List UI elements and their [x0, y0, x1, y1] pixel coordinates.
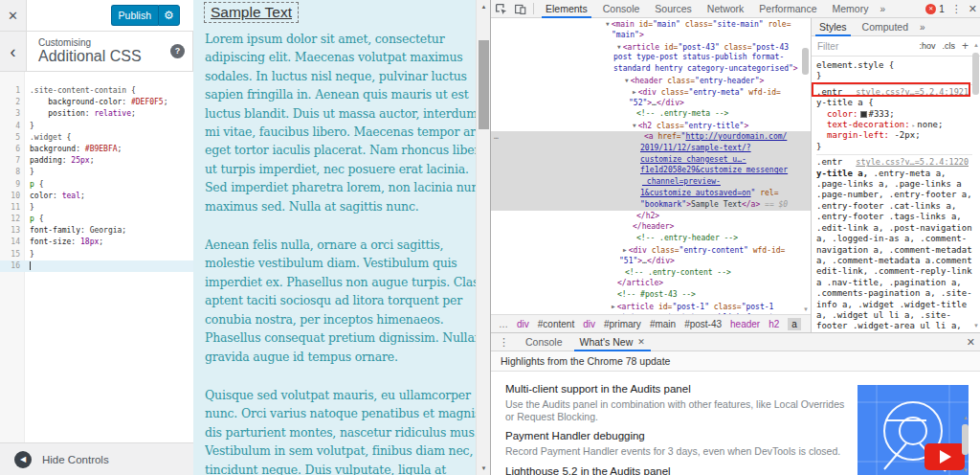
css-property[interactable]: text-decoration:▸none; [816, 120, 972, 130]
dom-tree-node[interactable]: </header> [491, 221, 811, 233]
css-rule[interactable]: .entr style.css?v…=5.2.4:1921 y-title a … [816, 84, 972, 152]
video-thumbnail[interactable] [858, 385, 969, 475]
code-line[interactable]: 7padding: 25px; [0, 155, 193, 167]
drawer-tab-what-s-new[interactable]: What's New✕ [571, 333, 654, 351]
filter-input[interactable]: Filter [817, 41, 919, 52]
code-line[interactable]: 5.widget { [0, 132, 193, 144]
dom-tree-node[interactable]: ▼<main id="main" class="site-main" role= [491, 18, 811, 30]
hide-controls-button[interactable]: ◀ Hide Controls [14, 451, 109, 468]
error-badge[interactable]: ✕ 1 [925, 4, 945, 14]
toggle-element-state-button[interactable]: :hov [919, 41, 935, 51]
breadcrumb-item[interactable]: div [517, 319, 529, 329]
css-property[interactable]: color:#333; [816, 109, 972, 120]
devtools-tab-performance[interactable]: Performance [751, 0, 824, 18]
code-line[interactable]: 4} [0, 121, 193, 132]
device-toolbar-icon[interactable] [510, 0, 529, 17]
breadcrumb-item[interactable]: #content [538, 319, 574, 329]
code-line[interactable]: 3 position: relative; [0, 108, 193, 120]
more-tabs-icon[interactable]: » [916, 22, 929, 33]
breadcrumb-item[interactable]: h2 [768, 319, 779, 329]
code-line[interactable]: 15} [0, 249, 193, 260]
inspect-element-icon[interactable] [491, 0, 510, 17]
color-swatch-icon[interactable] [860, 111, 867, 118]
dom-tree-node[interactable]: 2019/11/12/sample-text/? [491, 143, 811, 154]
more-tabs-icon[interactable]: » [876, 4, 889, 14]
breadcrumb-item[interactable]: #primary [604, 319, 641, 329]
devtools-tab-memory[interactable]: Memory [824, 0, 876, 18]
breadcrumb-item[interactable]: div [583, 319, 595, 329]
close-customizer-button[interactable]: ✕ [0, 0, 27, 31]
drawer-menu-icon[interactable]: ⋮ [491, 336, 517, 349]
styles-tab-computed[interactable]: Computed [855, 18, 916, 36]
dom-tree-node[interactable]: <!-- .entry-content --> [491, 267, 811, 279]
new-style-rule-button[interactable]: + [962, 39, 969, 53]
dom-tree-node[interactable]: ▼<header class="entry-header"> [491, 75, 811, 86]
dom-tree-node[interactable]: ▶<div class="entry-meta" wfd-id= [491, 86, 811, 98]
code-line[interactable]: 12p { [0, 214, 193, 225]
breadcrumb-item[interactable]: header [730, 319, 760, 329]
scrollbar-thumb[interactable] [479, 40, 489, 129]
code-line[interactable]: 14font-size: 18px; [0, 237, 193, 248]
dom-tree-node[interactable]: ▶<div class="entry-content" wfd-id= [491, 244, 811, 256]
devtools-tab-network[interactable]: Network [700, 0, 752, 18]
devtools-close-icon[interactable]: ✕ [969, 3, 977, 15]
dom-tree-node[interactable]: "52">…</div> [491, 98, 811, 109]
breadcrumb-item[interactable]: #post-43 [684, 319, 722, 329]
code-line[interactable]: 13font-family: Georgia; [0, 225, 193, 237]
scroll-up-icon[interactable]: ▲ [973, 42, 979, 48]
help-icon[interactable]: ? [170, 44, 185, 58]
dom-tree-node[interactable]: ▼<h2 class="entry-title"> [491, 120, 811, 131]
code-line[interactable]: 1.site-content-contain { [0, 85, 193, 97]
css-property[interactable]: margin-left: -2px; [816, 130, 972, 141]
dom-tree-node[interactable]: f1e1d2058e29&customize_messenger [491, 165, 811, 176]
code-line[interactable]: 11} [0, 202, 193, 214]
styles-scrollbar-thumb[interactable] [972, 53, 979, 95]
scroll-up-icon[interactable]: ▲ [963, 415, 969, 420]
scroll-up-icon[interactable]: ▲ [477, 0, 490, 13]
dom-tree-node[interactable]: </article> [491, 278, 811, 289]
code-line[interactable]: 2 background-color: #DEF0F5; [0, 97, 193, 108]
breadcrumb-item[interactable]: #main [650, 319, 676, 329]
breadcrumb-item[interactable]: a [788, 318, 801, 330]
dom-tree-node[interactable]: <!-- #post-43 --> [491, 289, 811, 301]
dom-tree-node[interactable]: post type-post status-publish format- [491, 52, 811, 63]
css-rule[interactable]: .entr style.css?v…=5.2.4:1220 y-title a,… [816, 154, 972, 332]
back-button[interactable]: ‹ [0, 32, 27, 71]
element-style-rule[interactable]: element.style { } [816, 60, 972, 82]
publish-settings-button[interactable]: ⚙ [158, 5, 180, 26]
dom-tree-node[interactable]: _channel=preview- [491, 176, 811, 188]
scroll-down-icon[interactable]: ▼ [973, 323, 979, 328]
breadcrumb-item[interactable]: … [499, 319, 508, 329]
dom-tree-node[interactable]: standard hentry category-uncategorised"> [491, 63, 811, 75]
dom-tree-node[interactable]: ▶<article id="post-1" class="post-1 [491, 301, 811, 312]
dom-tree-node[interactable]: customize_changeset_u…- [491, 154, 811, 166]
element-classes-button[interactable]: .cls [942, 41, 955, 51]
dom-tree-node[interactable]: "main"> [491, 30, 811, 41]
dom-tree-node[interactable]: ▼<article id="post-43" class="post-43 [491, 41, 811, 53]
dom-tree-node[interactable]: 1&customize_autosaved=on" rel= [491, 188, 811, 199]
drawer-tab-console[interactable]: Console [517, 333, 571, 351]
code-line[interactable]: 16 [0, 260, 193, 272]
devtools-tab-elements[interactable]: Elements [538, 0, 595, 18]
tab-close-icon[interactable]: ✕ [637, 333, 645, 351]
dom-tree-node[interactable]: <!-- .entry-meta --> [491, 108, 811, 120]
stylesheet-source-link[interactable]: style.css?v…=5.2.4:1220 [856, 157, 969, 168]
dom-tree-node[interactable]: <!-- .entry-header --> [491, 233, 811, 244]
dom-tree-node[interactable]: …<a href="http://yourdomain.com/ [491, 131, 811, 143]
post-title-link[interactable]: Sample Text [204, 2, 299, 23]
drawer-close-icon[interactable]: ✕ [967, 336, 975, 349]
css-code-editor[interactable]: 1.site-content-contain {2 background-col… [0, 72, 193, 442]
devtools-tab-sources[interactable]: Sources [647, 0, 700, 18]
devtools-menu-icon[interactable]: ⋮ [951, 3, 962, 15]
scroll-down-icon[interactable]: ▼ [963, 467, 969, 473]
dom-tree-node[interactable]: "51">…</div> [491, 256, 811, 267]
elements-scrollbar-thumb[interactable] [802, 48, 809, 75]
devtools-tab-console[interactable]: Console [595, 0, 648, 18]
play-button[interactable] [924, 443, 965, 470]
drawer-scrollbar-thumb[interactable] [962, 424, 969, 455]
preview-scrollbar[interactable]: ▲ ▼ [476, 0, 490, 475]
styles-tab-styles[interactable]: Styles [812, 18, 855, 36]
expand-icon[interactable]: ▸ [912, 122, 916, 128]
publish-button[interactable]: Publish [111, 5, 158, 26]
code-line[interactable]: 8} [0, 167, 193, 178]
